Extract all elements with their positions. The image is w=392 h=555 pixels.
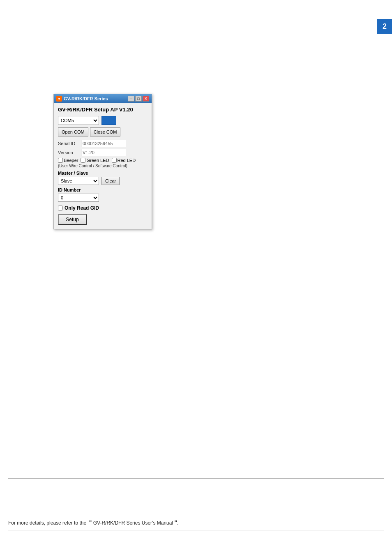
- version-row: Version: [58, 149, 148, 156]
- status-indicator: [101, 116, 116, 125]
- beeper-label: Beeper: [64, 158, 78, 163]
- title-bar-left: ● GV-R/RK/DFR Series: [56, 96, 108, 102]
- com-select[interactable]: COM5: [58, 116, 99, 125]
- close-button[interactable]: ✕: [143, 96, 149, 102]
- page-number-badge: 2: [377, 19, 392, 34]
- green-led-checkbox[interactable]: [81, 158, 85, 163]
- close-com-button[interactable]: Close COM: [90, 127, 121, 136]
- minimize-button[interactable]: ─: [128, 96, 134, 102]
- red-led-checkbox[interactable]: [112, 158, 117, 163]
- setup-button[interactable]: Setup: [58, 214, 87, 225]
- beeper-checkbox[interactable]: [58, 158, 63, 163]
- green-led-label: Green LED: [86, 158, 109, 163]
- serial-id-input[interactable]: [81, 140, 126, 147]
- bottom-divider-bottom: [8, 530, 384, 530]
- quote-close: ": [174, 519, 177, 526]
- id-number-select[interactable]: 0 1 2: [58, 194, 99, 202]
- id-number-section-label: ID Number: [58, 187, 148, 192]
- application-window: ● GV-R/RK/DFR Series ─ □ ✕ GV-R/RK/DFR S…: [53, 94, 152, 229]
- title-bar-controls: ─ □ ✕: [128, 96, 149, 102]
- beeper-item: Beeper: [58, 158, 78, 163]
- serial-id-label: Serial ID: [58, 141, 79, 146]
- only-read-row: Only Read GID: [58, 205, 148, 211]
- master-slave-row: Slave Master Clear: [58, 177, 148, 185]
- restore-button[interactable]: □: [135, 96, 142, 102]
- com-row: COM5: [58, 116, 148, 125]
- master-slave-section-label: Master / Slave: [58, 171, 148, 176]
- serial-id-row: Serial ID: [58, 140, 148, 147]
- clear-button[interactable]: Clear: [101, 177, 120, 185]
- red-led-item: Red LED: [112, 158, 136, 163]
- title-bar: ● GV-R/RK/DFR Series ─ □ ✕: [54, 94, 152, 103]
- note-text: (User Wire Control / Software Control): [58, 164, 148, 168]
- options-row: Beeper Green LED Red LED: [58, 158, 148, 163]
- window-title: GV-R/RK/DFR Series: [64, 96, 108, 101]
- only-read-gid-checkbox[interactable]: [58, 206, 63, 210]
- version-label: Version: [58, 150, 79, 155]
- master-slave-select[interactable]: Slave Master: [58, 177, 99, 185]
- version-input[interactable]: [81, 149, 126, 156]
- app-icon: ●: [56, 96, 62, 102]
- button-row: Open COM Close COM: [58, 127, 148, 136]
- setup-title: GV-R/RK/DFR Setup AP V1.20: [58, 106, 148, 113]
- quote-open: ": [89, 519, 92, 526]
- open-com-button[interactable]: Open COM: [58, 127, 88, 136]
- red-led-label: Red LED: [118, 158, 136, 163]
- bottom-divider-top: [8, 478, 384, 479]
- bottom-note-text: For more details, please refer to the " …: [8, 518, 384, 527]
- only-read-gid-label: Only Read GID: [65, 205, 99, 211]
- window-body: GV-R/RK/DFR Setup AP V1.20 COM5 Open COM…: [54, 103, 152, 229]
- green-led-item: Green LED: [81, 158, 109, 163]
